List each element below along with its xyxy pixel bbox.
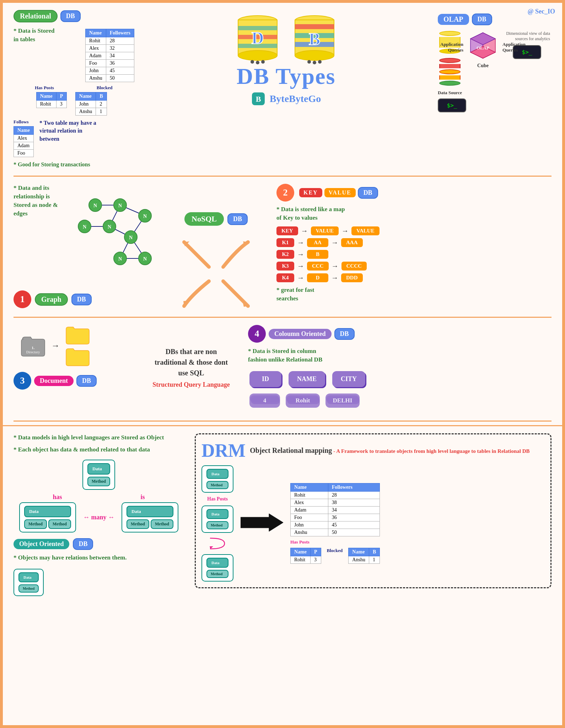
blocked-label: Blocked <box>97 85 113 91</box>
col-city-data: DELHI <box>325 394 360 408</box>
relational-badge: Relational <box>14 10 58 22</box>
oo-area: * Data models in high level languages ar… <box>14 433 184 596</box>
yellow-folder-1 <box>65 325 90 344</box>
table-cell: Anshu <box>291 529 328 536</box>
olap-cube-section: OLAP Cube Application Queries Applicatio… <box>467 31 499 69</box>
table-cell: 45 <box>328 521 380 529</box>
orm-content: Data Method Has Posts Data Method Data M… <box>201 465 545 582</box>
relational-main-table-wrap: Name Followers Rohit28Alex32Adam34Foo36J… <box>85 29 134 82</box>
table-cell: 2 <box>96 101 107 108</box>
orm-area: DRM Object Relational mapping - A Framew… <box>195 433 551 588</box>
data-method-section: Data Method <box>14 569 184 596</box>
svg-text:D: D <box>252 28 264 47</box>
document-number-badge: 3 <box>14 372 31 390</box>
kv-val1-cell: D <box>307 273 328 282</box>
table-cell: 3 <box>56 101 67 108</box>
olap-area: OLAP DB Data Source <box>438 10 551 112</box>
blocked-section: Blocked Name B John2Anshu1 <box>75 85 113 116</box>
center-area: D B DB Types <box>141 10 431 106</box>
kv-arrow-1: → <box>297 250 304 258</box>
kv-key-cell: K1 <box>276 238 294 247</box>
olap-badge-row: OLAP DB <box>438 14 492 25</box>
kv-note2: * great for fast searches <box>276 286 333 303</box>
cube-label: Cube <box>477 63 489 69</box>
table-cell: John <box>86 67 106 75</box>
orm-right-tables: Name Followers Rohit28Alex38Adam34Foo36J… <box>290 483 380 564</box>
dimensional-view-label: Dimensional view of data sources for ana… <box>504 31 550 42</box>
table-row: Anshu1 <box>75 108 107 116</box>
kv-header-arrow: → <box>301 227 308 235</box>
follows-left: Follows Name AlexAdamFoo <box>14 119 34 157</box>
follows-label: Follows <box>14 119 34 125</box>
posts-table: Name P Rohit3 <box>36 92 67 108</box>
oo-br-method1: Method <box>127 519 149 529</box>
kv-key-cell: K3 <box>276 262 294 271</box>
kv-key-cell: K2 <box>276 250 294 259</box>
table-cell: 1 <box>96 108 107 116</box>
table-cell: Foo <box>291 514 328 521</box>
orm-desc: - A Framework to translate objects from … <box>333 448 529 454</box>
orm-curve-arrows <box>207 536 228 551</box>
orm-big-arrow-wrap <box>241 512 283 535</box>
terminal-box-left-wrap: $>_ <box>438 98 466 112</box>
kv-value-badge: VALUE <box>324 188 356 197</box>
nosql-badge: NoSQL <box>184 212 224 226</box>
relational-note1: * Data is Stored in tables <box>14 27 58 44</box>
svg-text:1.: 1. <box>32 346 35 350</box>
bottom-divider <box>14 421 551 422</box>
oo-top-box-row: Data Method <box>14 460 184 490</box>
kv-data-row: K3→CCC→CCCC <box>276 262 551 271</box>
middle-section: * Data and its relationship is Stored as… <box>3 180 562 313</box>
oo-note2: * Each object has data & method related … <box>14 445 184 454</box>
watermark: @ Sec_IO <box>528 8 555 15</box>
top-divider <box>14 176 551 177</box>
data-source-label: Data Source <box>438 90 462 96</box>
posts-col-p: P <box>56 92 67 101</box>
kv-db-badge: DB <box>358 187 378 199</box>
table-row: John2 <box>75 101 107 108</box>
kv-val2-cell: DDD <box>341 273 363 282</box>
table-cell: Alex <box>14 135 34 142</box>
svg-point-12 <box>295 50 334 60</box>
oo-badge: Object Oriented <box>14 539 69 549</box>
dm-method: Method <box>18 584 39 593</box>
graph-db-badge-blue: DB <box>71 294 92 305</box>
kv-arrow-2: → <box>331 239 338 247</box>
relational-db-area: Relational DB * Data is Stored in tables… <box>14 10 134 168</box>
relational-main-table: Name Followers Rohit28Alex32Adam34Foo36J… <box>85 29 134 82</box>
has-label: has <box>53 493 62 501</box>
table-cell: Rohit <box>86 37 106 45</box>
nosql-badge-row: NoSQL DB <box>184 212 248 226</box>
kv-arrow-2: → <box>332 262 339 270</box>
orm-subtitle-wrap: Object Relational mapping - A Framework … <box>250 446 529 455</box>
table-cell: Adam <box>14 142 34 150</box>
graph-note: * Data and its relationship is Stored as… <box>14 184 68 239</box>
table-cell: 34 <box>328 506 380 514</box>
orm-blocked-col-name: Name <box>349 548 369 556</box>
orm-has-posts-label: Has Posts <box>290 539 380 545</box>
svg-rect-13 <box>295 24 334 29</box>
table-cell: Adam <box>291 506 328 514</box>
svg-text:OLAP: OLAP <box>477 45 489 50</box>
graph-number-badge: 1 <box>14 290 31 308</box>
oo-br-data: Data <box>127 506 173 517</box>
kv-arrow-1: → <box>297 274 304 282</box>
sql-full-text: Structured Query Language <box>152 381 230 389</box>
olap-left-dbs: Data Source <box>438 31 462 96</box>
dbs-desc-text: DBs that are non traditional & those don… <box>152 346 230 378</box>
col-db-badge: DB <box>334 328 355 340</box>
orm-left-box2: Data Method <box>201 505 233 533</box>
svg-text:N: N <box>129 235 133 240</box>
table-row: Alex <box>14 135 34 142</box>
svg-point-2 <box>238 50 277 60</box>
orm-subtitle-label: Object Relational mapping <box>250 446 332 454</box>
table-cell: Rohit <box>291 491 328 499</box>
table-cell: 28 <box>106 37 134 45</box>
follows-section: Follows Name AlexAdamFoo * Two table may… <box>14 119 134 157</box>
kv-key-cell: K4 <box>276 273 294 282</box>
orm-posts-col-name: Name <box>291 548 311 556</box>
oo-bottom-boxes: Data Method Method ↔ many ↔ Data Method … <box>14 502 184 532</box>
blocked-table: Name B John2Anshu1 <box>75 92 107 116</box>
kv-number-badge: 2 <box>276 184 294 202</box>
relational-note2: * Good for Storing transactions <box>14 161 134 168</box>
